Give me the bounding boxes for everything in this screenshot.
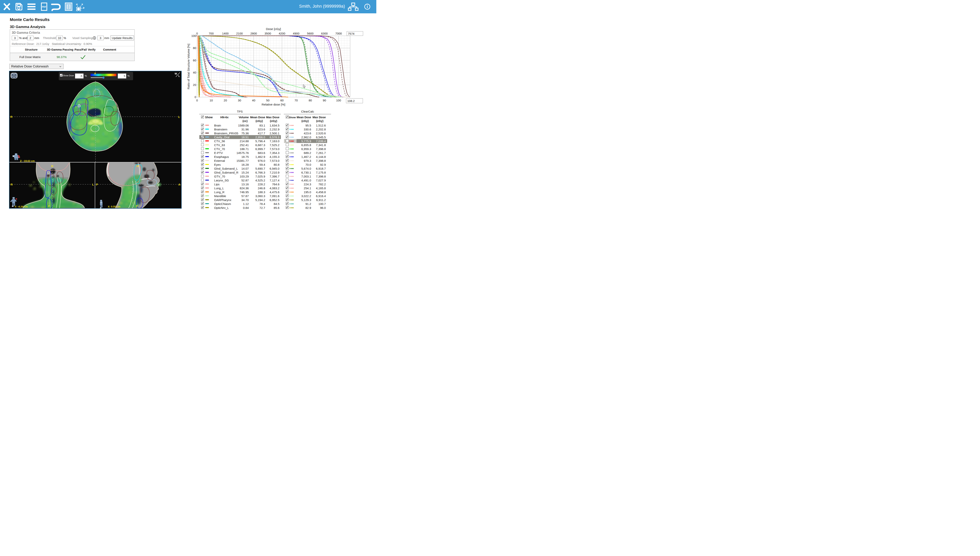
svg-text:P: P: [96, 183, 98, 186]
svg-text:4200: 4200: [279, 32, 285, 35]
svg-text:7574: 7574: [348, 32, 355, 35]
svg-text:70: 70: [294, 99, 298, 102]
svg-text:2800: 2800: [250, 32, 257, 35]
svg-text:60: 60: [280, 99, 284, 102]
svg-text:%: %: [127, 74, 129, 77]
svg-text:5: 5: [124, 74, 125, 78]
svg-text:F: F: [136, 204, 138, 208]
svg-text:X: 0.55 cm: X: 0.55 cm: [108, 205, 120, 208]
svg-text:H: H: [137, 164, 139, 168]
svg-text:80: 80: [193, 46, 196, 50]
svg-text:A: A: [178, 183, 181, 186]
svg-text:50: 50: [266, 99, 269, 102]
svg-text:60: 60: [193, 59, 196, 62]
svg-text:40: 40: [193, 71, 196, 74]
svg-text:3500: 3500: [264, 32, 271, 35]
svg-text:5600: 5600: [307, 32, 313, 35]
svg-text:108.2: 108.2: [347, 99, 355, 103]
svg-text:100: 100: [336, 99, 341, 102]
svg-text:0: 0: [195, 95, 196, 99]
svg-text:H: H: [51, 164, 53, 168]
svg-text:90: 90: [323, 99, 326, 102]
svg-text:R: R: [10, 115, 13, 118]
svg-text:PDF: PDF: [42, 6, 46, 8]
svg-text:10: 10: [210, 99, 213, 102]
svg-text:40: 40: [252, 99, 255, 102]
svg-text:L: L: [178, 115, 180, 118]
svg-text:4900: 4900: [293, 32, 299, 35]
svg-text:Relative dose [%]: Relative dose [%]: [262, 103, 285, 106]
svg-text:Y: -4.24 cm: Y: -4.24 cm: [15, 205, 28, 208]
svg-text:Dose [cGy]: Dose [cGy]: [266, 27, 281, 31]
svg-text:L: L: [178, 74, 180, 78]
svg-text:Ratio of Total Structure Volum: Ratio of Total Structure Volume [%]: [187, 44, 190, 89]
svg-text:6300: 6300: [321, 32, 328, 35]
svg-text:20: 20: [224, 99, 227, 102]
svg-text:1400: 1400: [222, 32, 229, 35]
svg-text:0: 0: [196, 32, 198, 35]
svg-text:R: R: [11, 183, 13, 186]
svg-text:100: 100: [191, 34, 196, 37]
svg-text:F: F: [48, 204, 50, 208]
svg-text:A: A: [94, 72, 96, 75]
svg-text:0: 0: [196, 99, 198, 102]
svg-text:W: W: [175, 72, 177, 75]
svg-text:20: 20: [193, 83, 196, 86]
svg-text:Show Dose: Show Dose: [63, 74, 74, 77]
svg-text:80: 80: [309, 99, 312, 102]
svg-text:%: %: [85, 74, 87, 77]
svg-text:7000: 7000: [335, 32, 342, 35]
svg-text:L: L: [92, 183, 94, 186]
svg-text:2100: 2100: [236, 32, 243, 35]
svg-text:-5: -5: [80, 74, 82, 78]
svg-text:Z: -19.63 cm: Z: -19.63 cm: [20, 160, 35, 162]
svg-text:700: 700: [209, 32, 214, 35]
svg-text:30: 30: [238, 99, 241, 102]
